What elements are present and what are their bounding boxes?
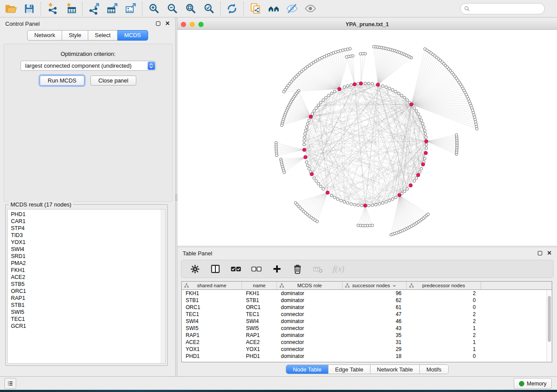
- column-header-shared-name[interactable]: shared name: [182, 282, 242, 289]
- zoom-selected-button[interactable]: [200, 1, 218, 16]
- table-tab-network-table[interactable]: Network Table: [370, 365, 419, 374]
- export-image-button[interactable]: [121, 1, 140, 16]
- deselect-all-button[interactable]: [250, 262, 263, 276]
- table-cell[interactable]: 61: [343, 304, 407, 311]
- float-panel-button[interactable]: [156, 21, 160, 26]
- network-node[interactable]: [360, 204, 363, 207]
- table-cell[interactable]: STB1: [182, 297, 242, 304]
- table-scrollbar-thumb[interactable]: [548, 296, 551, 342]
- mcds-result-item[interactable]: YOX1: [11, 239, 165, 246]
- delete-columns-button[interactable]: [291, 262, 304, 276]
- network-node[interactable]: [283, 90, 285, 93]
- tab-network[interactable]: Network: [27, 30, 62, 41]
- split-panel-button[interactable]: [209, 262, 222, 276]
- mcds-hub-node[interactable]: [353, 83, 356, 86]
- network-node[interactable]: [371, 83, 374, 85]
- table-cell[interactable]: FKH1: [182, 290, 242, 297]
- mcds-hub-node[interactable]: [363, 204, 367, 207]
- network-node[interactable]: [333, 196, 336, 199]
- network-node[interactable]: [427, 213, 429, 216]
- network-titlebar[interactable]: YPA_prune.txt_1: [177, 20, 557, 30]
- table-cell[interactable]: YOX1: [242, 346, 277, 353]
- table-cell[interactable]: 96: [343, 290, 407, 297]
- tab-select[interactable]: Select: [88, 30, 118, 41]
- network-node[interactable]: [339, 199, 342, 202]
- zoom-in-button[interactable]: [145, 1, 163, 16]
- network-node[interactable]: [422, 126, 425, 128]
- table-cell[interactable]: connector: [277, 346, 343, 353]
- table-cell[interactable]: connector: [277, 339, 343, 346]
- mcds-result-item[interactable]: ORC1: [11, 288, 165, 295]
- network-node[interactable]: [364, 82, 367, 85]
- table-cell[interactable]: YOX1: [182, 346, 242, 353]
- duplicate-network-button[interactable]: [246, 1, 264, 16]
- mcds-hub-node[interactable]: [416, 173, 420, 177]
- table-cell[interactable]: STB1: [242, 297, 277, 304]
- network-node[interactable]: [388, 199, 391, 202]
- network-node[interactable]: [401, 94, 403, 97]
- table-cell[interactable]: 2: [407, 332, 481, 339]
- network-node[interactable]: [394, 196, 397, 199]
- run-mcds-button[interactable]: Run MCDS: [40, 76, 84, 86]
- table-scrollbar[interactable]: [547, 290, 552, 362]
- table-cell[interactable]: SWI4: [182, 318, 242, 325]
- table-row[interactable]: ORC1ORC1dominator610: [182, 304, 552, 311]
- network-node[interactable]: [308, 119, 310, 121]
- mcds-hub-node[interactable]: [359, 82, 363, 85]
- close-window-button[interactable]: [181, 22, 186, 27]
- network-node[interactable]: [413, 107, 415, 109]
- network-node[interactable]: [304, 133, 306, 135]
- mcds-result-item[interactable]: STB1: [11, 302, 165, 309]
- memory-button[interactable]: Memory: [514, 378, 552, 389]
- network-node[interactable]: [346, 202, 349, 204]
- network-node[interactable]: [350, 203, 353, 205]
- result-scrollbar[interactable]: [161, 210, 165, 363]
- table-cell[interactable]: FKH1: [242, 290, 277, 297]
- network-node[interactable]: [371, 204, 374, 206]
- table-cell[interactable]: SWI5: [182, 325, 242, 332]
- export-network-button[interactable]: [85, 1, 103, 16]
- table-cell[interactable]: 18: [343, 353, 407, 360]
- network-node[interactable]: [357, 204, 360, 206]
- network-node[interactable]: [403, 190, 406, 193]
- network-node[interactable]: [406, 188, 408, 190]
- table-cell[interactable]: TEC1: [242, 311, 277, 318]
- mcds-hub-node[interactable]: [326, 191, 329, 194]
- network-node[interactable]: [371, 224, 374, 227]
- network-node[interactable]: [388, 87, 391, 89]
- table-row[interactable]: SWI4SWI4dominator462: [182, 318, 552, 325]
- add-column-button[interactable]: [270, 262, 284, 276]
- table-cell[interactable]: 46: [343, 318, 407, 325]
- float-table-panel-button[interactable]: [538, 251, 542, 255]
- network-node[interactable]: [325, 96, 327, 99]
- zoom-out-button[interactable]: [163, 1, 181, 16]
- table-cell[interactable]: dominator: [277, 304, 343, 311]
- network-node[interactable]: [373, 45, 375, 48]
- fit-content-button[interactable]: [181, 1, 200, 16]
- hide-selected-button[interactable]: [283, 1, 301, 16]
- network-node[interactable]: [346, 85, 349, 87]
- network-node[interactable]: [317, 182, 320, 185]
- network-node[interactable]: [425, 143, 428, 146]
- network-node[interactable]: [313, 110, 315, 112]
- network-node[interactable]: [359, 52, 362, 55]
- table-cell[interactable]: SWI5: [242, 325, 277, 332]
- network-node[interactable]: [305, 126, 308, 128]
- network-node[interactable]: [304, 129, 307, 132]
- network-node[interactable]: [333, 90, 336, 93]
- network-node[interactable]: [275, 154, 278, 157]
- mcds-result-item[interactable]: ACE2: [11, 274, 165, 281]
- table-cell[interactable]: RAP1: [242, 332, 277, 339]
- network-node[interactable]: [327, 94, 330, 97]
- mcds-result-item[interactable]: SWI5: [11, 309, 165, 316]
- network-node[interactable]: [381, 202, 384, 204]
- mcds-result-item[interactable]: FKH1: [11, 267, 165, 274]
- network-node[interactable]: [367, 204, 370, 207]
- mcds-result-item[interactable]: GCR1: [11, 323, 165, 330]
- network-node[interactable]: [343, 86, 346, 88]
- mcds-result-item[interactable]: CAR1: [11, 218, 165, 225]
- table-cell[interactable]: 1: [407, 339, 481, 346]
- network-node[interactable]: [423, 157, 426, 160]
- column-header-successor-nodes[interactable]: successor nodes: [343, 282, 407, 289]
- network-node[interactable]: [316, 220, 318, 223]
